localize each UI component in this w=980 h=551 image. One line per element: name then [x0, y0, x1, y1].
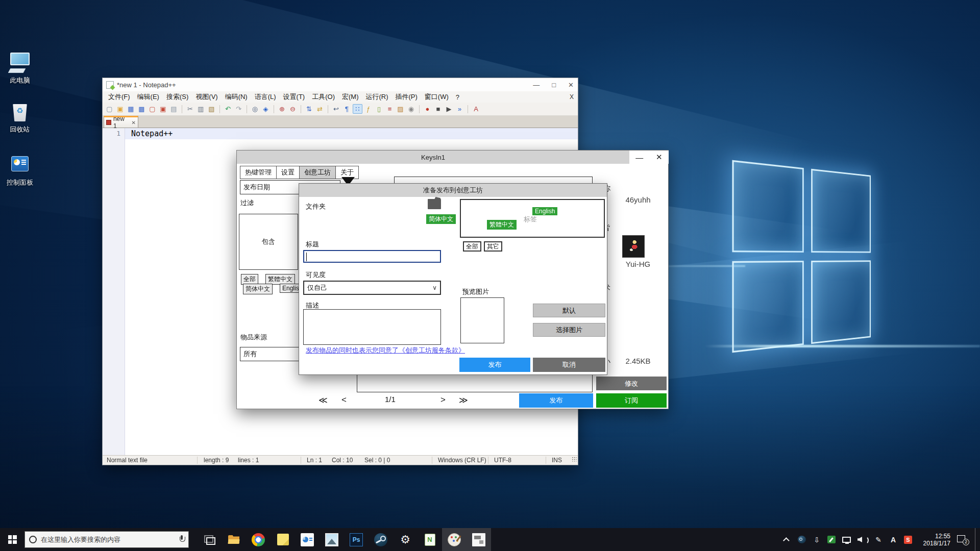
volume-tray-icon[interactable]: [857, 536, 868, 543]
zoom-in-icon[interactable]: ⊕: [277, 104, 287, 114]
desktop-icon-control-panel[interactable]: 控制面板: [3, 153, 37, 187]
function-list-icon[interactable]: ƒ: [363, 104, 373, 114]
tab-close-icon[interactable]: ✕: [132, 120, 136, 126]
sync-vertical-icon[interactable]: ⇅: [304, 104, 314, 114]
folder-icon[interactable]: [428, 199, 441, 209]
publish-button[interactable]: 发布: [519, 393, 593, 408]
modal-cancel-button[interactable]: 取消: [533, 358, 605, 372]
keysin1-tab-0[interactable]: 热键管理: [240, 166, 277, 179]
subscribe-button[interactable]: 订阅: [596, 393, 667, 408]
modify-button[interactable]: 修改: [596, 377, 667, 390]
find-icon[interactable]: ◎: [250, 104, 260, 114]
menubar-close-icon[interactable]: X: [570, 93, 574, 101]
menu-item-6[interactable]: 设置(T): [280, 91, 309, 103]
play-macro-icon[interactable]: ▶: [444, 104, 454, 114]
print-icon[interactable]: ▤: [169, 104, 179, 114]
close-document-icon[interactable]: ▢: [148, 104, 157, 114]
menu-item-7[interactable]: 工具(O): [308, 91, 338, 103]
notification-icon[interactable]: 2: [957, 535, 968, 545]
indent-guide-icon[interactable]: ∷: [353, 104, 362, 114]
description-textarea[interactable]: [303, 309, 441, 345]
keysin1-tab-1[interactable]: 设置: [276, 166, 300, 179]
folder-as-workspace-icon[interactable]: ▨: [396, 104, 405, 114]
zoom-out-icon[interactable]: ⊖: [288, 104, 298, 114]
microphone-icon[interactable]: [179, 535, 184, 544]
pen-tray-icon[interactable]: ✎: [874, 536, 883, 544]
minimize-button[interactable]: —: [635, 153, 643, 162]
tag-traditional-chinese[interactable]: 繁體中文: [487, 220, 517, 230]
menu-item-0[interactable]: 文件(F): [105, 91, 134, 103]
menu-item-10[interactable]: 插件(P): [392, 91, 421, 103]
modal-publish-button[interactable]: 发布: [459, 358, 530, 372]
taskbar-notepad-plus-plus-button[interactable]: [418, 528, 442, 551]
menu-item-4[interactable]: 编码(N): [222, 91, 251, 103]
menu-item-8[interactable]: 宏(M): [338, 91, 362, 103]
start-button[interactable]: [0, 528, 24, 551]
title-input[interactable]: [303, 250, 441, 263]
taskbar-chrome-button[interactable]: [246, 528, 271, 551]
tray-expand-icon[interactable]: [783, 537, 790, 544]
record-macro-icon[interactable]: ●: [423, 104, 432, 114]
taskbar-photos-button[interactable]: [320, 528, 344, 551]
editor-tray-icon[interactable]: [827, 536, 836, 543]
maximize-button[interactable]: □: [552, 81, 556, 89]
new-file-icon[interactable]: ▢: [105, 104, 114, 114]
tray-clock[interactable]: 12:55 2018/1/17: [919, 533, 950, 547]
paste-icon[interactable]: ▧: [207, 104, 216, 114]
cut-icon[interactable]: ✂: [185, 104, 195, 114]
desktop-icon-this-pc[interactable]: 此电脑: [3, 51, 37, 85]
taskbar-sticky-notes-button[interactable]: [271, 528, 295, 551]
taskbar-task-view-button[interactable]: [197, 528, 222, 551]
sogou-tray-icon[interactable]: S: [904, 536, 912, 544]
monitoring-icon[interactable]: ◉: [406, 104, 416, 114]
menu-item-2[interactable]: 搜索(S): [163, 91, 192, 103]
tag-simplified-chinese[interactable]: 简体中文: [426, 214, 456, 224]
include-box[interactable]: 包含: [239, 214, 298, 270]
tag-other-button[interactable]: 其它: [484, 241, 502, 252]
close-button[interactable]: ✕: [568, 81, 574, 89]
preview-image-box[interactable]: [460, 297, 504, 343]
notepad-titlebar[interactable]: *new 1 - Notepad++ — □ ✕: [103, 78, 578, 91]
document-tab[interactable]: new 1 ✕: [104, 116, 138, 128]
default-button[interactable]: 默认: [533, 304, 605, 317]
spell-check-icon[interactable]: A: [471, 104, 481, 114]
stop-macro-icon[interactable]: ■: [433, 104, 443, 114]
desktop-icon-recycle-bin[interactable]: ♻ 回收站: [3, 100, 37, 134]
page-first-button[interactable]: ≪: [318, 395, 328, 406]
resize-grip[interactable]: [572, 457, 577, 462]
minimize-button[interactable]: —: [533, 81, 540, 89]
choose-image-button[interactable]: 选择图片: [533, 323, 605, 337]
taskbar-file-explorer-button[interactable]: [222, 528, 246, 551]
taskbar-media-center-button[interactable]: [295, 528, 320, 551]
document-list-icon[interactable]: ≡: [385, 104, 395, 114]
modal-titlebar[interactable]: 准备发布到创意工坊: [299, 184, 607, 197]
network-tray-icon[interactable]: [842, 537, 851, 543]
tag-english[interactable]: English: [532, 207, 557, 215]
menu-item-12[interactable]: ?: [452, 92, 463, 102]
steam-tray-icon[interactable]: [798, 536, 806, 543]
taskbar-paint-button[interactable]: [442, 528, 467, 551]
save-all-icon[interactable]: ▩: [137, 104, 146, 114]
menu-item-1[interactable]: 编辑(E): [134, 91, 163, 103]
visibility-select[interactable]: 仅自己 ∨: [303, 281, 441, 295]
redo-icon[interactable]: ↷: [234, 104, 243, 114]
page-next-button[interactable]: >: [440, 395, 446, 405]
menu-item-11[interactable]: 窗口(W): [421, 91, 452, 103]
filter-traditional-button[interactable]: 繁體中文: [265, 274, 295, 285]
show-desktop-button[interactable]: [975, 528, 977, 551]
run-macro-multiple-icon[interactable]: »: [455, 104, 464, 114]
copy-icon[interactable]: ▥: [196, 104, 206, 114]
usb-tray-icon[interactable]: ⇩: [813, 536, 821, 544]
menu-item-3[interactable]: 视图(V): [192, 91, 221, 103]
tag-all-button[interactable]: 全部: [463, 241, 481, 252]
taskbar-search-box[interactable]: 在这里输入你要搜索的内容: [24, 531, 189, 548]
ime-indicator[interactable]: A: [889, 536, 897, 544]
show-all-characters-icon[interactable]: ¶: [342, 104, 352, 114]
page-prev-button[interactable]: <: [341, 395, 347, 405]
filter-simplified-button[interactable]: 简体中文: [243, 284, 273, 294]
open-folder-icon[interactable]: ▣: [115, 104, 125, 114]
taskbar-keysin1-button[interactable]: [467, 528, 491, 551]
workshop-terms-link[interactable]: 发布物品的同时也表示您同意了《创意工坊服务条款》: [306, 346, 465, 355]
document-map-icon[interactable]: ▯: [374, 104, 384, 114]
taskbar-settings-button[interactable]: [393, 528, 418, 551]
